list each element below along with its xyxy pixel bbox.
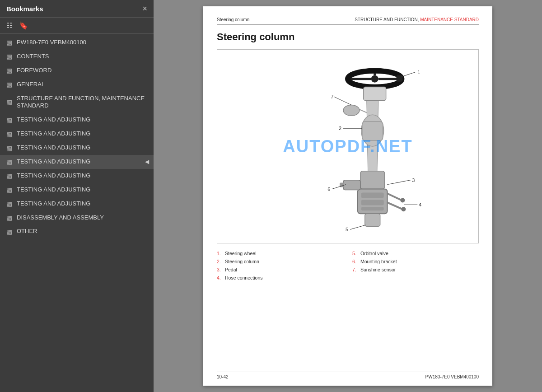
bookmark-icon-0: ▩ [6,39,12,46]
header-right-plain: STRUCTURE AND FUNCTION, [355,17,419,22]
bookmark-icon-9: ▩ [6,172,12,179]
svg-rect-7 [396,75,402,82]
page-number: 10-42 [217,374,229,379]
page-header: Steering column STRUCTURE AND FUNCTION, … [217,17,479,25]
bookmark-icon-6: ▩ [6,131,12,138]
bookmark-icon-8: ▩ [6,158,12,165]
bookmark-label-8: TESTING AND ADJUSTING [17,158,143,166]
part-item-5: 6.Mounting bracket [352,258,479,266]
bookmark-view-button[interactable]: 🔖 [17,20,30,31]
part-desc-5: Mounting bracket [360,258,397,266]
bookmark-item-0[interactable]: ▩PW180-7E0 VEBM400100 [0,36,154,50]
part-item-1: 2.Steering column [217,258,343,266]
bookmark-item-1[interactable]: ▩CONTENTS [0,50,154,64]
part-item-6: 7.Sunshine sensor [352,266,479,274]
bookmark-item-3[interactable]: ▩GENERAL [0,78,154,92]
document-title: Steering column [217,31,479,43]
svg-text:4: 4 [419,202,421,207]
bookmark-label-1: CONTENTS [17,53,149,61]
part-item-4: 5.Orbitrol valve [352,250,479,258]
part-item-3: 4.Hose connections [217,274,343,282]
bookmark-arrow-8: ◀ [145,159,149,165]
part-num-2: 3. [217,266,223,274]
parts-list: 1.Steering wheel2.Steering column3.Pedal… [217,250,479,282]
svg-rect-17 [343,180,360,190]
bookmark-label-7: TESTING AND ADJUSTING [17,144,149,152]
document-page: Steering column STRUCTURE AND FUNCTION, … [203,6,492,386]
sidebar-toolbar: ☷ 🔖 [0,18,154,34]
bookmark-item-4[interactable]: ▩STRUCTURE AND FUNCTION, MAINTENANCE STA… [0,92,154,113]
bookmark-label-6: TESTING AND ADJUSTING [17,130,149,138]
bookmark-label-4: STRUCTURE AND FUNCTION, MAINTENANCE STAN… [17,95,149,110]
bookmark-item-6[interactable]: ▩TESTING AND ADJUSTING [0,127,154,141]
part-num-4: 5. [352,250,359,258]
svg-text:7: 7 [331,94,333,99]
bookmark-item-7[interactable]: ▩TESTING AND ADJUSTING [0,141,154,155]
bookmark-icon-1: ▩ [6,53,12,60]
bookmark-item-9[interactable]: ▩TESTING AND ADJUSTING [0,169,154,183]
part-item-0: 1.Steering wheel [217,250,343,258]
bookmark-icon-10: ▩ [6,186,12,193]
bookmark-item-5[interactable]: ▩TESTING AND ADJUSTING [0,113,154,127]
part-item-2: 3.Pedal [217,266,343,274]
bookmark-label-5: TESTING AND ADJUSTING [17,116,149,124]
diagram-box: 1 7 2 3 4 5 6 AUTOPDF.NE [217,49,479,243]
bookmark-label-10: TESTING AND ADJUSTING [17,186,149,194]
svg-text:6: 6 [327,187,330,192]
document-id: PW180-7E0 VEBM400100 [425,374,479,379]
bookmark-icon-7: ▩ [6,145,12,152]
bookmark-icon-12: ▩ [6,214,12,221]
sidebar-header: Bookmarks × [0,0,154,18]
part-desc-1: Steering column [225,258,259,266]
part-num-0: 1. [217,250,223,258]
main-content: Steering column STRUCTURE AND FUNCTION, … [154,0,542,392]
header-right-link[interactable]: MAINTENANCE STANDARD [420,17,479,22]
bookmark-label-2: FOREWORD [17,67,149,75]
part-desc-0: Steering wheel [225,250,256,258]
bookmark-label-0: PW180-7E0 VEBM400100 [17,39,149,47]
bookmark-label-11: TESTING AND ADJUSTING [17,200,149,208]
page-header-right: STRUCTURE AND FUNCTION, MAINTENANCE STAN… [355,17,479,22]
svg-text:1: 1 [417,70,420,75]
list-view-button[interactable]: ☷ [5,20,14,31]
bookmark-label-3: GENERAL [17,81,149,89]
svg-rect-15 [361,207,384,210]
sidebar-title: Bookmarks [6,5,43,13]
part-desc-3: Hose connections [225,274,262,282]
part-desc-6: Sunshine sensor [360,266,396,274]
part-desc-2: Pedal [225,266,237,274]
svg-rect-8 [364,87,386,101]
svg-rect-11 [360,171,385,189]
bookmark-item-10[interactable]: ▩TESTING AND ADJUSTING [0,183,154,197]
bookmark-item-13[interactable]: ▩OTHER [0,224,154,238]
svg-text:5: 5 [346,227,348,232]
bookmark-item-2[interactable]: ▩FOREWORD [0,64,154,78]
sidebar: Bookmarks × ☷ 🔖 ▩PW180-7E0 VEBM400100▩CO… [0,0,154,392]
bookmark-icon-4: ▩ [6,98,12,106]
bookmarks-list: ▩PW180-7E0 VEBM400100▩CONTENTS▩FOREWORD▩… [0,34,154,392]
bookmark-icon-13: ▩ [6,228,12,235]
svg-point-22 [401,207,406,211]
page-footer: 10-42 PW180-7E0 VEBM400100 [217,372,479,379]
svg-rect-16 [365,214,380,226]
bookmark-icon: 🔖 [19,22,28,29]
bookmark-item-8[interactable]: ▩TESTING AND ADJUSTING◀ [0,155,154,169]
bookmark-icon-5: ▩ [6,117,12,124]
page-header-left: Steering column [217,17,249,22]
svg-point-23 [343,105,360,116]
svg-rect-13 [361,193,384,198]
bookmark-icon-3: ▩ [6,81,12,88]
part-num-3: 4. [217,274,223,282]
svg-text:3: 3 [412,177,415,183]
bookmark-label-12: DISASSEMBLY AND ASSEMBLY [17,214,149,222]
close-button[interactable]: × [142,5,147,13]
bookmark-item-12[interactable]: ▩DISASSEMBLY AND ASSEMBLY [0,211,154,225]
part-num-1: 2. [217,258,223,266]
steering-diagram: 1 7 2 3 4 5 6 [217,50,478,243]
svg-point-21 [400,198,405,202]
bookmark-item-11[interactable]: ▩TESTING AND ADJUSTING [0,197,154,211]
part-num-5: 6. [352,258,359,266]
bookmark-icon-11: ▩ [6,200,12,207]
part-desc-4: Orbitrol valve [360,250,388,258]
bookmark-label-9: TESTING AND ADJUSTING [17,172,149,180]
